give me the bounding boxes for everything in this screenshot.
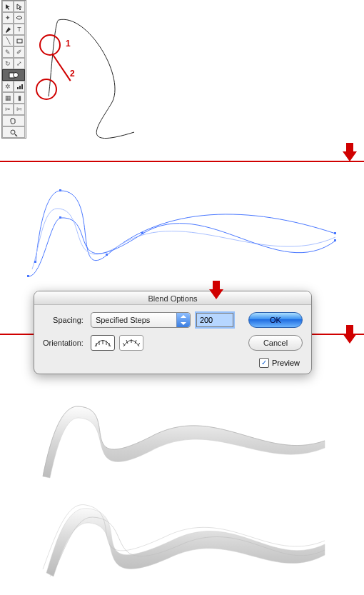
scissors-tool[interactable]: ✄ (14, 104, 25, 115)
hand-tool[interactable] (2, 115, 25, 126)
svg-rect-14 (141, 232, 143, 234)
magic-wand-tool[interactable]: ✦ (2, 12, 14, 24)
step-arrow-1 (343, 143, 357, 161)
panel-results (0, 398, 364, 595)
line-segment-tool[interactable]: ╲ (2, 35, 14, 46)
annotation-circle-1 (39, 34, 61, 56)
spacing-mode-value: Specified Steps (96, 316, 150, 324)
svg-rect-3 (17, 87, 19, 89)
illustrator-toolbar: ✦ T ╲ ✎✐ ↻⤢ ✲ ▦▮ ✂✄ (1, 0, 26, 139)
rotate-tool[interactable]: ↻ (2, 58, 14, 69)
annotation-label-2: 2 (70, 69, 75, 79)
pen-tool[interactable] (2, 24, 14, 35)
pencil-tool[interactable]: ✐ (14, 46, 25, 58)
scale-tool[interactable]: ⤢ (14, 58, 25, 69)
annotation-circle-2 (36, 79, 57, 100)
preview-label: Preview (272, 359, 300, 367)
rectangle-tool[interactable] (14, 35, 25, 46)
svg-rect-5 (21, 84, 23, 89)
svg-line-7 (15, 134, 17, 136)
cancel-button[interactable]: Cancel (248, 335, 303, 351)
panel-pen-paths: ✦ T ╲ ✎✐ ↻⤢ ✲ ▦▮ ✂✄ 1 2 (0, 0, 364, 162)
slice-tool[interactable]: ✂ (2, 104, 14, 115)
panel-dialog: Blend Options Spacing: Specified Steps O… (0, 291, 364, 398)
zoom-tool[interactable] (2, 126, 25, 138)
blend-options-dialog: Blend Options Spacing: Specified Steps O… (34, 291, 312, 374)
step-arrow-3 (343, 325, 357, 344)
direct-selection-tool[interactable] (14, 1, 25, 12)
tutorial-figure: ✦ T ╲ ✎✐ ↻⤢ ✲ ▦▮ ✂✄ 1 2 (0, 0, 364, 595)
selected-paths (21, 176, 343, 291)
svg-rect-0 (17, 39, 22, 43)
lasso-tool[interactable] (14, 12, 25, 24)
paintbrush-tool[interactable]: ✎ (2, 46, 14, 58)
annotation-label-1: 1 (66, 39, 71, 49)
svg-rect-13 (59, 216, 61, 219)
blend-result-1 (29, 398, 328, 484)
svg-point-6 (11, 130, 15, 134)
symbol-sprayer-tool[interactable]: ✲ (2, 81, 14, 92)
preview-checkbox[interactable] (259, 358, 269, 368)
ok-button[interactable]: OK (248, 312, 303, 328)
spacing-mode-select[interactable]: Specified Steps (91, 312, 191, 328)
align-to-path-icon (123, 339, 140, 347)
column-graph-tool[interactable] (14, 81, 25, 92)
orientation-align-to-page[interactable] (91, 335, 115, 351)
step-arrow-2 (209, 281, 223, 299)
svg-rect-10 (106, 254, 108, 256)
svg-rect-9 (59, 189, 61, 191)
align-to-page-icon (94, 339, 111, 347)
panel-selected-paths (0, 162, 364, 291)
orientation-align-to-path[interactable] (119, 335, 143, 351)
svg-point-2 (14, 72, 19, 77)
steps-input[interactable] (196, 313, 233, 327)
svg-rect-8 (34, 261, 36, 263)
spacing-label: Spacing: (43, 316, 84, 324)
blend-result-2 (29, 501, 328, 587)
orientation-label: Orientation: (43, 339, 84, 347)
svg-rect-15 (334, 239, 336, 241)
mesh-tool[interactable]: ▦ (2, 92, 14, 104)
cancel-button-label: Cancel (263, 339, 288, 347)
drawn-path (27, 0, 227, 160)
gradient-tool[interactable]: ▮ (14, 92, 25, 104)
ok-button-label: OK (270, 316, 281, 324)
svg-rect-4 (19, 86, 21, 89)
dialog-title: Blend Options (34, 291, 311, 305)
type-tool[interactable]: T (14, 24, 25, 35)
select-stepper-icon (176, 313, 190, 327)
blend-tool[interactable] (2, 69, 25, 81)
selection-tool[interactable] (2, 1, 14, 12)
svg-rect-12 (27, 275, 29, 277)
svg-rect-11 (334, 232, 336, 234)
